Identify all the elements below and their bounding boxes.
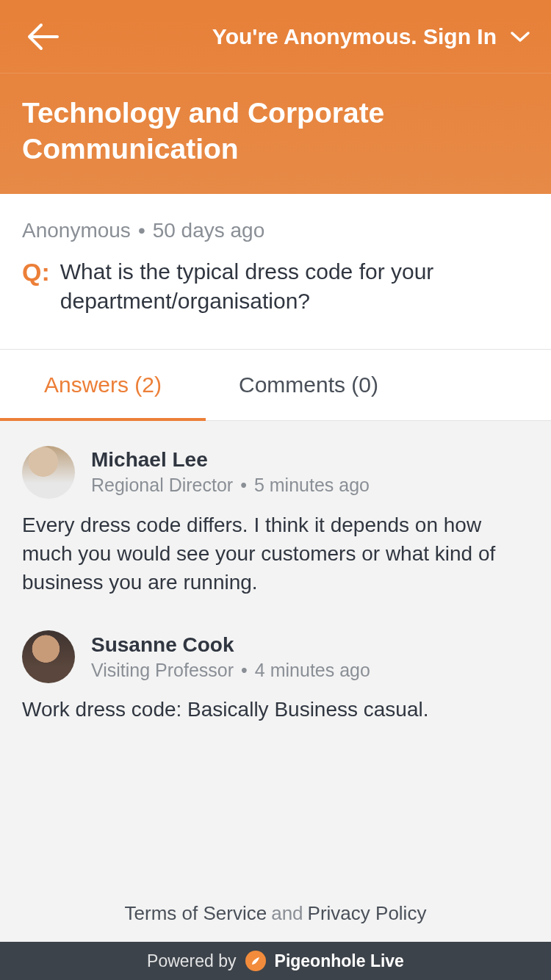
answer-body: Every dress code differs. I think it dep… (22, 511, 529, 597)
question-card: Anonymous•50 days ago Q: What is the typ… (0, 194, 551, 350)
back-button[interactable] (21, 15, 65, 59)
powered-by-label: Powered by (147, 951, 236, 971)
tab-answers[interactable]: Answers (2) (0, 350, 206, 420)
question-author: Anonymous (22, 219, 131, 242)
question-text: What is the typical dress code for your … (60, 257, 529, 317)
answer-author-name: Susanne Cook (91, 633, 370, 657)
brand-name: Pigeonhole Live (275, 951, 404, 971)
chevron-down-icon (510, 30, 530, 43)
answer-time: 5 minutes ago (254, 475, 370, 495)
answer-author-meta: Regional Director•5 minutes ago (91, 475, 370, 496)
answer-item: Michael Lee Regional Director•5 minutes … (22, 446, 529, 597)
answer-author-role: Visiting Professor (91, 660, 234, 680)
and-text: and (271, 902, 303, 925)
footer: Terms of Service and Privacy Policy Powe… (0, 884, 551, 980)
answer-body: Work dress code: Basically Business casu… (22, 695, 529, 724)
powered-by[interactable]: Powered by Pigeonhole Live (0, 942, 551, 980)
avatar (22, 630, 75, 683)
answer-time: 4 minutes ago (255, 660, 370, 680)
arrow-left-icon (25, 22, 60, 51)
tab-comments[interactable]: Comments (0) (206, 350, 411, 420)
answer-author-name: Michael Lee (91, 448, 370, 472)
question-time: 50 days ago (153, 219, 265, 242)
tab-comments-label: Comments (0) (239, 372, 378, 397)
page-title: Technology and Corporate Communication (0, 73, 551, 194)
question-prefix: Q: (22, 257, 50, 317)
privacy-link[interactable]: Privacy Policy (308, 902, 427, 925)
tabs: Answers (2) Comments (0) (0, 350, 551, 421)
brand-logo-icon (245, 951, 266, 971)
signin-text: You're Anonymous. Sign In (212, 24, 497, 49)
legal-links: Terms of Service and Privacy Policy (0, 884, 551, 942)
avatar (22, 446, 75, 499)
question-meta: Anonymous•50 days ago (22, 219, 529, 242)
terms-link[interactable]: Terms of Service (125, 902, 267, 925)
answer-author-role: Regional Director (91, 475, 233, 495)
signin-link[interactable]: You're Anonymous. Sign In (65, 24, 530, 49)
header: You're Anonymous. Sign In Technology and… (0, 0, 551, 194)
answer-item: Susanne Cook Visiting Professor•4 minute… (22, 630, 529, 724)
answer-author-meta: Visiting Professor•4 minutes ago (91, 660, 370, 681)
tab-answers-label: Answers (2) (44, 372, 162, 397)
